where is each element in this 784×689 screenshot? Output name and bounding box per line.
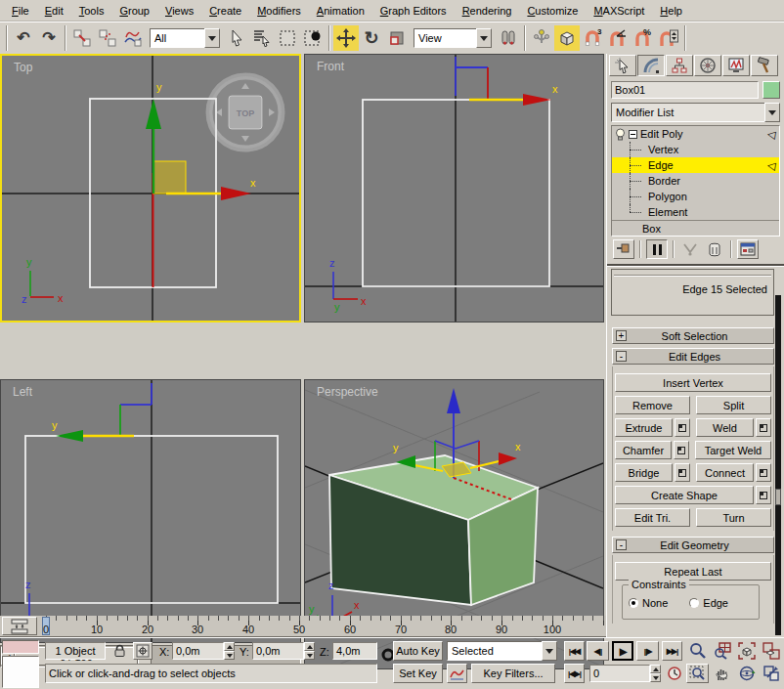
radio-icon[interactable] bbox=[629, 598, 638, 608]
rollout-edit-geometry[interactable]: - Edit Geometry bbox=[612, 537, 774, 553]
percent-snap-icon[interactable]: % bbox=[631, 25, 656, 51]
select-and-rotate-icon[interactable]: ↻ bbox=[359, 25, 384, 51]
viewport-left[interactable]: y z y x Left bbox=[0, 379, 301, 643]
collapse-icon[interactable] bbox=[629, 130, 637, 139]
remove-modifier-icon[interactable] bbox=[704, 239, 725, 259]
viewport-label[interactable]: Perspective bbox=[317, 385, 378, 399]
track-bar[interactable]: 0 10 20 30 40 50 60 70 80 90 100 bbox=[0, 616, 606, 637]
weld-button[interactable]: Weld bbox=[696, 418, 754, 437]
stack-item-vertex[interactable]: Vertex bbox=[612, 142, 779, 157]
menu-modifiers[interactable]: Modifiers bbox=[249, 1, 309, 21]
select-and-move-icon[interactable] bbox=[333, 25, 359, 51]
gizmo-z-arrow[interactable] bbox=[447, 388, 460, 413]
viewport-label[interactable]: Left bbox=[13, 385, 33, 399]
next-frame-icon[interactable]: ||▶ bbox=[636, 641, 659, 661]
current-frame-field[interactable]: 0 bbox=[589, 665, 650, 682]
play-button-icon[interactable]: ▶ bbox=[612, 641, 633, 661]
constraint-edge-radio[interactable]: Edge bbox=[689, 597, 728, 609]
zoom-all-icon[interactable] bbox=[711, 641, 733, 661]
menu-animation[interactable]: Animation bbox=[309, 1, 372, 21]
dropdown-arrow-icon[interactable] bbox=[542, 641, 557, 661]
connect-settings-button[interactable] bbox=[756, 463, 771, 482]
bridge-button[interactable]: Bridge bbox=[615, 463, 673, 482]
bind-to-space-warp-icon[interactable] bbox=[120, 25, 146, 51]
maxscript-listener-macro-line[interactable] bbox=[2, 640, 39, 654]
menu-file[interactable]: File bbox=[4, 1, 37, 21]
stack-item-edge[interactable]: Edge ◁ bbox=[612, 157, 779, 173]
viewport-label[interactable]: Top bbox=[14, 61, 33, 74]
mini-curve-editor-icon[interactable] bbox=[2, 617, 37, 635]
gizmo-y-arrow[interactable] bbox=[146, 99, 161, 129]
chamfer-settings-button[interactable] bbox=[674, 441, 689, 459]
gizmo-xy-plane-handle[interactable] bbox=[153, 161, 186, 194]
dropdown-arrow-icon[interactable] bbox=[764, 103, 780, 122]
spinner-snap-icon[interactable] bbox=[656, 25, 681, 51]
object-color-swatch[interactable] bbox=[762, 81, 780, 99]
rollout-edit-edges[interactable]: - Edit Edges bbox=[612, 348, 774, 365]
select-and-scale-icon[interactable] bbox=[384, 25, 410, 51]
tab-modify[interactable] bbox=[637, 55, 665, 76]
menu-tools[interactable]: Tools bbox=[71, 1, 112, 21]
viewport-top-canvas[interactable]: y x TOP y z x Top bbox=[2, 56, 299, 321]
menu-views[interactable]: Views bbox=[157, 1, 201, 21]
stack-item-element[interactable]: Element bbox=[612, 204, 779, 220]
tab-display[interactable] bbox=[722, 55, 750, 76]
menu-rendering[interactable]: Rendering bbox=[455, 1, 520, 21]
move-gizmo[interactable]: y x bbox=[393, 388, 521, 478]
selection-filter-dropdown[interactable]: All bbox=[150, 28, 220, 48]
constraint-none-radio[interactable]: None bbox=[629, 597, 668, 609]
maximize-viewport-toggle-icon[interactable] bbox=[760, 664, 782, 683]
tab-hierarchy[interactable] bbox=[666, 55, 693, 76]
zoom-extents-all-icon[interactable] bbox=[760, 641, 782, 661]
bridge-settings-button[interactable] bbox=[675, 463, 690, 482]
create-shape-button[interactable]: Create Shape bbox=[615, 486, 754, 504]
stack-item-edit-poly[interactable]: Edit Poly ◁ bbox=[612, 126, 779, 142]
gizmo-y-arrow[interactable] bbox=[56, 430, 83, 442]
menu-customize[interactable]: Customize bbox=[519, 1, 586, 21]
radio-icon[interactable] bbox=[689, 598, 699, 608]
viewport-top[interactable]: y x TOP y z x Top bbox=[0, 54, 301, 323]
select-by-name-icon[interactable] bbox=[249, 25, 275, 51]
gizmo-x-arrow[interactable] bbox=[499, 452, 517, 465]
previous-frame-icon[interactable]: ◀|| bbox=[587, 641, 609, 661]
go-to-start-icon[interactable]: |◀◀ bbox=[564, 641, 585, 661]
show-end-result-icon[interactable] bbox=[646, 239, 668, 259]
angle-snap-icon[interactable] bbox=[605, 25, 631, 51]
gizmo-x-arrow[interactable] bbox=[523, 94, 551, 106]
arc-rotate-icon[interactable] bbox=[735, 664, 758, 683]
use-pivot-point-center-icon[interactable] bbox=[496, 25, 521, 51]
extrude-button[interactable]: Extrude bbox=[615, 418, 673, 437]
stack-item-box[interactable]: Box bbox=[612, 220, 779, 236]
pan-hand-icon[interactable] bbox=[711, 664, 733, 683]
menu-help[interactable]: Help bbox=[652, 1, 690, 21]
target-weld-button[interactable]: Target Weld bbox=[695, 441, 771, 459]
make-unique-icon[interactable] bbox=[679, 239, 701, 259]
absolute-mode-toggle-icon[interactable] bbox=[133, 642, 152, 660]
zoom-extents-icon[interactable] bbox=[735, 641, 758, 661]
viewport-front[interactable]: x z y x Front bbox=[304, 54, 604, 323]
move-gizmo[interactable]: y bbox=[52, 383, 152, 442]
menu-group[interactable]: Group bbox=[111, 1, 157, 21]
unlink-selection-icon[interactable] bbox=[95, 25, 120, 51]
viewport-front-canvas[interactable]: x z y x Front bbox=[305, 55, 603, 322]
zoom-icon[interactable] bbox=[686, 641, 709, 661]
create-shape-settings-button[interactable] bbox=[756, 486, 771, 504]
extrude-settings-button[interactable] bbox=[675, 418, 690, 437]
dropdown-arrow-icon[interactable] bbox=[204, 28, 220, 48]
key-filters-button[interactable]: Key Filters... bbox=[471, 664, 555, 683]
frame-spinner[interactable] bbox=[650, 665, 661, 682]
box-object[interactable] bbox=[329, 455, 538, 605]
menu-edit[interactable]: Edit bbox=[37, 1, 71, 21]
redo-icon[interactable]: ↷ bbox=[36, 25, 62, 51]
pin-stack-icon[interactable] bbox=[613, 239, 634, 259]
z-coordinate-field[interactable]: 4,0m bbox=[332, 642, 377, 660]
viewcube[interactable]: TOP bbox=[209, 76, 282, 149]
rollout-soft-selection[interactable]: + Soft Selection bbox=[612, 327, 774, 344]
set-key-button[interactable]: Set Key bbox=[393, 664, 443, 683]
edit-tri-button[interactable]: Edit Tri. bbox=[615, 508, 690, 527]
key-mode-dropdown[interactable]: Selected bbox=[447, 641, 557, 661]
collapse-icon[interactable]: - bbox=[616, 351, 627, 362]
move-gizmo[interactable]: x bbox=[456, 57, 558, 106]
viewport-label[interactable]: Front bbox=[317, 60, 345, 73]
insert-vertex-button[interactable]: Insert Vertex bbox=[615, 373, 771, 392]
